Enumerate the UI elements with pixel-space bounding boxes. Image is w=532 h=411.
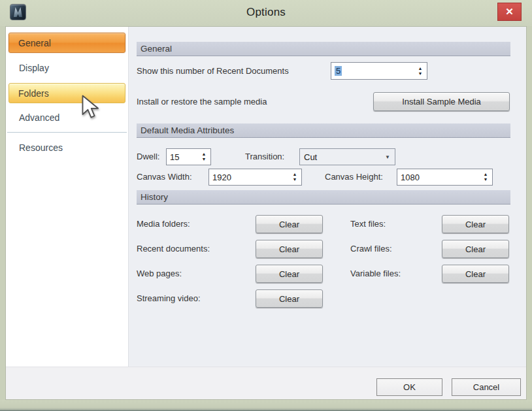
titlebar: Options ✕ [0, 0, 532, 26]
sidebar-item-label: Folders [18, 88, 49, 99]
clear-web-pages-button[interactable]: Clear [256, 265, 323, 283]
sidebar-item-resources[interactable]: Resources [8, 138, 125, 157]
section-header-label: General [141, 44, 172, 54]
section-header-label: History [141, 192, 168, 202]
variable-files-label: Variable files: [350, 269, 401, 278]
sidebar-item-label: General [18, 38, 51, 48]
transition-label: Transition: [245, 152, 284, 161]
window-title: Options [0, 6, 532, 19]
sidebar: General Display Folders Advanced Resourc… [6, 27, 129, 367]
sidebar-item-general[interactable]: General [8, 33, 125, 53]
dwell-spinner[interactable]: 15 ▲ ▼ [166, 148, 211, 165]
streaming-video-label: Streaming video: [137, 293, 201, 303]
canvas-height-label: Canvas Height: [325, 172, 383, 182]
close-icon: ✕ [505, 6, 514, 18]
canvas-width-spinner[interactable]: 1920 ▲ ▼ [208, 169, 302, 186]
install-sample-media-button[interactable]: Install Sample Media [373, 92, 510, 111]
sidebar-item-display[interactable]: Display [8, 58, 125, 78]
text-files-label: Text files: [350, 219, 386, 229]
spinner-down-icon[interactable]: ▼ [418, 71, 423, 76]
close-button[interactable]: ✕ [497, 3, 522, 21]
spinner-value: 15 [167, 152, 197, 162]
spinner-arrows: ▲ ▼ [414, 66, 427, 76]
selected-text: 5 [335, 66, 342, 76]
spinner-arrows: ▲ ▼ [288, 172, 301, 182]
sidebar-item-label: Display [19, 63, 49, 73]
clear-streaming-video-button[interactable]: Clear [256, 289, 323, 308]
spinner-arrows: ▲ ▼ [197, 152, 210, 162]
cancel-button[interactable]: Cancel [452, 378, 521, 396]
clear-media-folders-button[interactable]: Clear [256, 215, 323, 233]
section-header-media-attributes: Default Media Attributes [137, 123, 510, 138]
spinner-up-icon[interactable]: ▲ [484, 172, 488, 177]
canvas-width-label: Canvas Width: [137, 172, 192, 182]
canvas-height-spinner[interactable]: 1080 ▲ ▼ [397, 169, 493, 186]
main-panel: General Show this number of Recent Docum… [129, 27, 526, 367]
sidebar-item-folders[interactable]: Folders [8, 83, 125, 103]
spinner-arrows: ▲ ▼ [479, 172, 492, 182]
spinner-value: 5 [331, 66, 414, 76]
spinner-up-icon[interactable]: ▲ [418, 66, 423, 71]
recent-documents-label: Show this number of Recent Documents [137, 66, 289, 76]
spinner-down-icon[interactable]: ▼ [484, 177, 488, 182]
dialog-footer: OK Cancel [6, 367, 526, 399]
sidebar-divider [7, 132, 127, 133]
web-pages-label: Web pages: [137, 269, 182, 278]
spinner-value: 1080 [397, 173, 479, 182]
recent-documents-spinner[interactable]: 5 ▲ ▼ [331, 62, 427, 80]
section-header-general: General [137, 42, 510, 56]
clear-text-files-button[interactable]: Clear [442, 215, 509, 233]
sample-media-label: Install or restore the sample media [137, 97, 267, 107]
spinner-down-icon[interactable]: ▼ [202, 157, 207, 162]
sidebar-item-advanced[interactable]: Advanced [8, 108, 125, 127]
chevron-down-icon: ▼ [380, 154, 395, 160]
ok-button[interactable]: OK [376, 378, 442, 396]
options-dialog: General Display Folders Advanced Resourc… [5, 26, 527, 400]
content-row: General Display Folders Advanced Resourc… [6, 27, 526, 367]
section-header-history: History [137, 190, 510, 205]
spinner-value: 1920 [209, 173, 288, 182]
spinner-up-icon[interactable]: ▲ [202, 152, 207, 157]
clear-variable-files-button[interactable]: Clear [442, 265, 509, 283]
clear-recent-documents-button[interactable]: Clear [256, 240, 323, 258]
sidebar-item-label: Advanced [19, 112, 59, 123]
media-folders-label: Media folders: [137, 219, 190, 229]
recent-documents-history-label: Recent documents: [137, 244, 210, 254]
spinner-up-icon[interactable]: ▲ [293, 172, 297, 177]
dwell-label: Dwell: [137, 152, 159, 161]
clear-crawl-files-button[interactable]: Clear [442, 240, 509, 258]
sidebar-item-label: Resources [19, 142, 63, 153]
section-header-label: Default Media Attributes [141, 125, 234, 135]
spinner-down-icon[interactable]: ▼ [293, 177, 297, 182]
crawl-files-label: Crawl files: [350, 244, 392, 254]
dropdown-value: Cut [300, 152, 380, 162]
window-bottom-frame [0, 400, 532, 411]
transition-dropdown[interactable]: Cut ▼ [299, 148, 395, 165]
